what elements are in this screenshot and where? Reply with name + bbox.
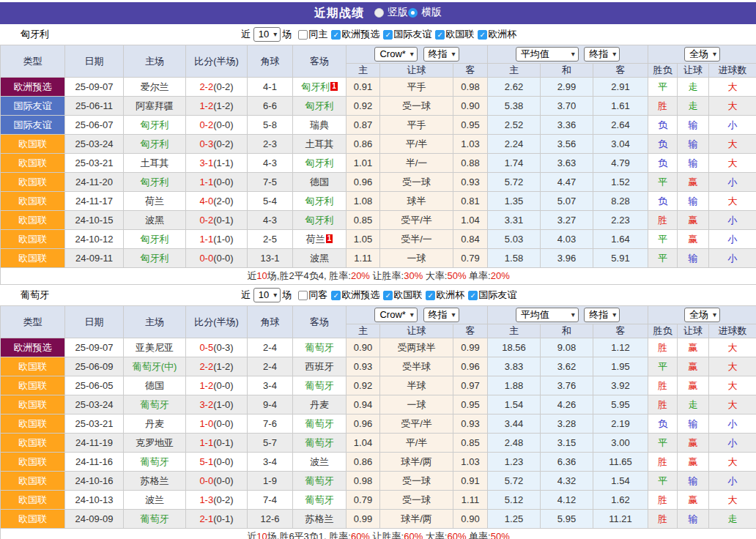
avg-draw: 4.12 [541, 491, 593, 510]
odds-source-select[interactable]: Crow*▾ [374, 308, 417, 322]
avg-home: 2.62 [488, 78, 541, 97]
type-badge: 欧国联 [1, 453, 65, 472]
match-count-select[interactable]: 10▾ [253, 288, 281, 302]
result-goals: 走 [709, 510, 756, 529]
halftime-score: (0-0) [213, 119, 233, 130]
match-row: 欧国联24-10-15波黑0-2(0-1)4-3匈牙利0.85受平/半1.043… [1, 211, 756, 230]
corner-score: 2-4 [248, 357, 293, 376]
avg-source-select[interactable]: 平均值▾ [516, 47, 579, 62]
odds-away: 0.88 [453, 154, 488, 173]
scope-select[interactable]: 全场▾ [684, 308, 720, 322]
halftime-score: (0-0) [213, 380, 233, 391]
radio-label[interactable]: 竖版 [388, 6, 408, 19]
league-label[interactable]: 欧国联 [393, 289, 422, 300]
league-label[interactable]: 国际友谊 [478, 289, 516, 300]
halftime-score: (0-2) [213, 494, 233, 505]
league-label[interactable]: 欧国联 [445, 29, 474, 40]
odds-source-select[interactable]: Crow*▾ [374, 47, 417, 62]
league-label[interactable]: 欧洲杯 [436, 289, 464, 300]
league-checkbox[interactable]: ✓ [435, 30, 445, 40]
score: 1-2(1-2) [186, 97, 248, 116]
score: 0-3(0-2) [186, 135, 248, 154]
type-badge: 欧国联 [1, 395, 65, 415]
result-handicap: 赢 [678, 230, 709, 249]
col-header-score: 比分(半场) [186, 45, 248, 78]
col-header-date: 日期 [65, 306, 124, 338]
odds-handicap: 球半/两 [380, 453, 453, 472]
fulltime-score: 1-0 [199, 418, 213, 429]
result-handicap: 赢 [678, 453, 709, 472]
match-row: 欧国联24-10-16苏格兰0-0(0-0)1-9葡萄牙0.98受一球0.915… [1, 472, 756, 491]
odds-handicap: 平手 [380, 116, 453, 135]
avg-home: 2.48 [488, 434, 541, 453]
odds-handicap: 受一球 [380, 173, 453, 192]
score: 0-0(0-0) [186, 249, 248, 268]
avg-stage-select[interactable]: 终指▾ [584, 308, 620, 322]
corner-score: 4-3 [248, 154, 293, 173]
avg-away: 2.23 [593, 211, 648, 230]
avg-home: 3.44 [488, 415, 541, 434]
halftime-score: (1-0) [213, 234, 233, 245]
avg-away: 3.92 [593, 376, 648, 395]
result-outcome: 平 [648, 78, 678, 97]
away-team: 波黑 [293, 249, 346, 268]
result-handicap: 输 [678, 154, 709, 173]
fulltime-score: 1-2 [199, 100, 213, 111]
match-count-select[interactable]: 10▾ [253, 27, 281, 42]
same-venue-checkbox[interactable] [298, 30, 308, 40]
result-outcome: 平 [648, 230, 678, 249]
avg-away: 2.91 [593, 78, 648, 97]
type-badge: 欧国联 [1, 434, 65, 453]
odds-handicap: 受两球半 [380, 338, 453, 357]
summary-segment: 60% [447, 531, 466, 539]
type-badge: 国际友谊 [1, 116, 65, 135]
avg-source-select[interactable]: 平均值▾ [516, 308, 579, 322]
avg-stage-select[interactable]: 终指▾ [584, 47, 620, 62]
avg-away: 3.04 [593, 135, 648, 154]
avg-away: 1.61 [593, 97, 648, 116]
same-venue-label[interactable]: 同客 [308, 289, 327, 302]
league-checkbox[interactable]: ✓ [383, 291, 393, 300]
odds-stage-select[interactable]: 终指▾ [423, 47, 459, 62]
league-label[interactable]: 欧洲预选 [341, 29, 379, 40]
fulltime-score: 0-0 [199, 253, 213, 264]
odds-away: 0.97 [453, 376, 488, 395]
league-label[interactable]: 欧洲预选 [341, 289, 379, 300]
col-header-score: 比分(半场) [186, 306, 248, 338]
radio-horizontal-layout[interactable] [408, 8, 418, 18]
result-handicap: 赢 [678, 211, 709, 230]
avg-draw: 5.95 [541, 510, 593, 529]
league-checkbox[interactable]: ✓ [468, 291, 478, 300]
league-label[interactable]: 欧洲杯 [488, 29, 516, 40]
col-header-odds-away: 客 [453, 324, 488, 338]
col-header-result-handicap: 让球 [678, 324, 709, 338]
league-label[interactable]: 国际友谊 [393, 29, 431, 40]
chevron-down-icon: ▾ [452, 309, 456, 321]
corner-score: 3-4 [248, 376, 293, 395]
avg-home: 18.56 [488, 338, 541, 357]
odds-handicap: 受半/一 [380, 230, 453, 249]
scope-select[interactable]: 全场▾ [684, 47, 720, 62]
league-checkbox[interactable]: ✓ [426, 291, 435, 300]
odds-stage-select[interactable]: 终指▾ [423, 308, 459, 322]
league-checkbox[interactable]: ✓ [331, 291, 341, 300]
col-header-result-goals: 进球数 [709, 64, 756, 78]
same-venue-checkbox[interactable] [298, 291, 308, 300]
col-header-result-goals: 进球数 [709, 324, 756, 338]
radio-label[interactable]: 横版 [421, 6, 442, 19]
league-checkbox[interactable]: ✓ [383, 30, 393, 40]
odds-dropdown-cell: Crow*▾ 终指▾ [346, 45, 488, 64]
league-checkbox[interactable]: ✓ [331, 30, 341, 40]
same-venue-label[interactable]: 同主 [308, 28, 327, 41]
match-row: 欧国联25-06-05德国1-2(0-0)3-4葡萄牙0.92半球0.971.8… [1, 376, 756, 395]
home-team: 葡萄牙 [124, 395, 186, 415]
result-outcome: 负 [648, 154, 678, 173]
home-team: 匈牙利 [124, 135, 186, 154]
score: 3-1(1-1) [186, 154, 248, 173]
type-badge: 欧国联 [1, 491, 65, 510]
league-checkbox[interactable]: ✓ [478, 30, 487, 40]
odds-away: 1.03 [453, 453, 488, 472]
away-team: 匈牙利 [293, 192, 346, 211]
radio-vertical-layout[interactable] [374, 8, 384, 18]
corner-score: 3-4 [248, 453, 293, 472]
